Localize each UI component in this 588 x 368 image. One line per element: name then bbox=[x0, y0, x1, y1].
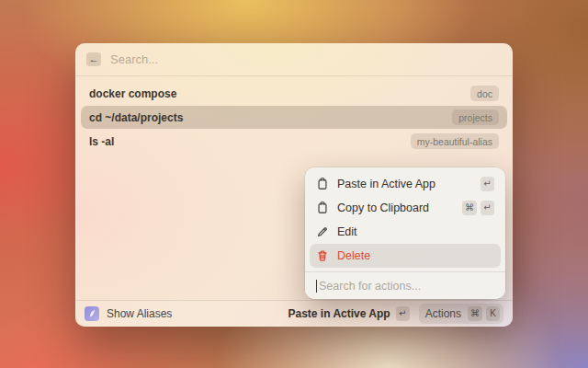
list-item[interactable]: docker compose doc bbox=[81, 82, 507, 105]
return-key-badge: ↵ bbox=[481, 177, 494, 191]
menu-item-copy[interactable]: Copy to Clipboard ⌘ ↵ bbox=[310, 196, 501, 220]
menu-item-label: Edit bbox=[337, 225, 357, 238]
list-item[interactable]: ls -al my-beautiful-alias bbox=[81, 130, 507, 153]
actions-button[interactable]: Actions ⌘ K bbox=[419, 304, 503, 324]
list-item-label: ls -al bbox=[89, 135, 114, 148]
list-item-selected[interactable]: cd ~/data/projects projects bbox=[81, 106, 507, 129]
search-bar: ← bbox=[75, 43, 513, 76]
pencil-icon bbox=[316, 225, 329, 238]
trash-icon bbox=[316, 249, 329, 262]
search-input[interactable] bbox=[110, 52, 502, 66]
actions-menu: Paste in Active App ↵ Copy to Clipboard … bbox=[305, 167, 505, 299]
command-key-badge: ⌘ bbox=[462, 201, 477, 215]
extension-app-icon bbox=[85, 306, 99, 321]
actions-button-label: Actions bbox=[425, 307, 461, 320]
menu-item-label: Paste in Active App bbox=[337, 178, 435, 190]
list-item-tag: projects bbox=[452, 109, 499, 125]
menu-item-label: Delete bbox=[337, 249, 370, 262]
status-bar: Show Aliases Paste in Active App ↵ Actio… bbox=[75, 300, 513, 327]
back-button[interactable]: ← bbox=[86, 52, 101, 66]
clipboard-icon bbox=[316, 201, 329, 214]
command-key-badge: ⌘ bbox=[468, 306, 482, 321]
feather-glyph-icon bbox=[85, 306, 99, 321]
actions-search-input[interactable] bbox=[319, 280, 494, 293]
list-item-tag: doc bbox=[470, 86, 499, 101]
menu-item-delete[interactable]: Delete bbox=[310, 244, 501, 268]
k-key-badge: K bbox=[486, 306, 500, 321]
return-key-badge: ↵ bbox=[396, 306, 410, 321]
list-item-label: cd ~/data/projects bbox=[89, 111, 183, 124]
actions-search bbox=[310, 272, 501, 299]
menu-item-label: Copy to Clipboard bbox=[337, 201, 429, 214]
menu-item-edit[interactable]: Edit bbox=[310, 220, 501, 244]
footer-app-label: Show Aliases bbox=[107, 307, 172, 320]
list-item-tag: my-beautiful-alias bbox=[411, 133, 499, 149]
clipboard-icon bbox=[316, 178, 329, 190]
return-key-badge: ↵ bbox=[481, 201, 494, 215]
list-item-label: docker compose bbox=[89, 87, 176, 100]
text-caret bbox=[316, 280, 317, 293]
footer-primary-action[interactable]: Paste in Active App bbox=[288, 307, 390, 320]
menu-item-paste[interactable]: Paste in Active App ↵ bbox=[310, 172, 501, 196]
